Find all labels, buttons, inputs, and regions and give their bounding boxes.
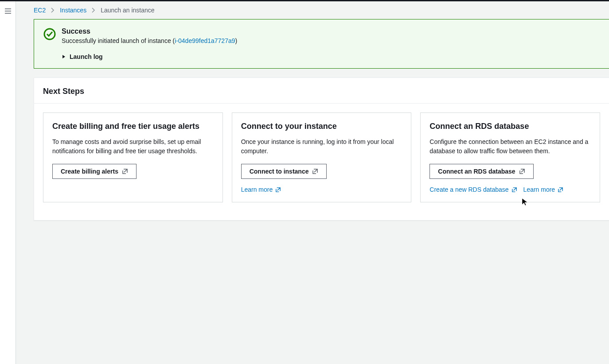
external-link-icon [312,168,318,174]
card-title: Connect an RDS database [429,122,591,131]
breadcrumb-instances[interactable]: Instances [60,7,86,14]
breadcrumb-current: Launch an instance [101,7,154,14]
success-msg-prefix: Successfully initiated launch of instanc… [62,37,175,44]
card-description: Once your instance is running, log into … [241,137,402,156]
card-title: Connect to your instance [241,122,402,131]
external-link-icon [558,187,563,193]
card-billing-alerts: Create billing and free tier usage alert… [43,112,223,202]
main-content: EC2 Instances Launch an instance Success… [16,1,609,364]
launch-log-label: Launch log [70,53,103,60]
external-link-icon [511,187,517,193]
hamburger-icon[interactable] [4,8,12,15]
success-banner: Success Successfully initiated launch of… [34,19,609,69]
create-new-rds-link[interactable]: Create a new RDS database [429,186,517,193]
external-link-icon [275,187,281,193]
create-billing-alerts-button[interactable]: Create billing alerts [52,164,137,179]
launch-log-toggle[interactable]: Launch log [62,53,600,60]
chevron-right-icon [50,8,55,13]
button-label: Create billing alerts [61,168,118,175]
success-check-icon [43,27,56,41]
button-label: Connect an RDS database [438,168,515,175]
external-link-icon [122,168,128,174]
external-link-icon [519,168,525,174]
link-label: Create a new RDS database [429,186,508,193]
link-label: Learn more [241,186,273,193]
chevron-right-icon [91,8,96,13]
connect-to-instance-button[interactable]: Connect to instance [241,164,327,179]
card-description: Configure the connection between an EC2 … [429,137,591,156]
learn-more-connect-link[interactable]: Learn more [241,186,281,193]
learn-more-rds-link[interactable]: Learn more [523,186,564,193]
breadcrumb: EC2 Instances Launch an instance [16,1,609,19]
sidebar-toggle-column [0,1,16,364]
link-label: Learn more [523,186,555,193]
connect-rds-database-button[interactable]: Connect an RDS database [429,164,533,179]
success-msg-suffix: ) [235,37,238,44]
next-steps-title: Next Steps [43,87,600,96]
instance-id-link[interactable]: i-04de99fed1a7727a9 [175,37,235,44]
next-steps-panel: Next Steps Create billing and free tier … [34,77,609,221]
button-label: Connect to instance [250,168,309,175]
card-connect-instance: Connect to your instance Once your insta… [232,112,412,202]
caret-right-icon [62,54,66,59]
next-steps-header: Next Steps [34,78,609,104]
breadcrumb-ec2[interactable]: EC2 [34,7,46,14]
success-title: Success [62,27,600,35]
card-description: To manage costs and avoid surprise bills… [52,137,214,156]
card-connect-rds: Connect an RDS database Configure the co… [420,112,600,202]
success-message: Successfully initiated launch of instanc… [62,37,600,44]
card-title: Create billing and free tier usage alert… [52,122,214,131]
cards-row: Create billing and free tier usage alert… [34,104,609,202]
